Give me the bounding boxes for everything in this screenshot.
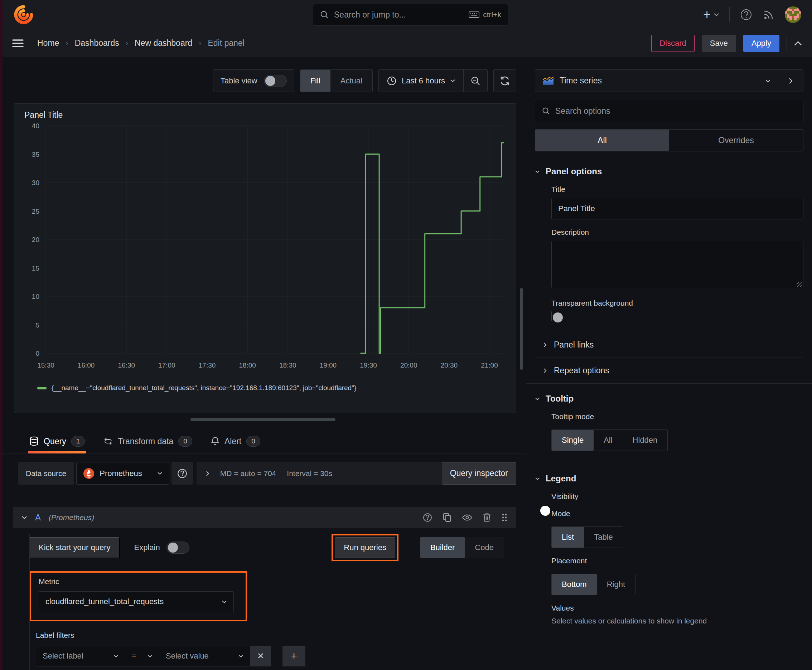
help-icon[interactable] <box>740 8 753 21</box>
tab-alert[interactable]: Alert 0 <box>211 436 260 453</box>
resize-grip-icon[interactable] <box>797 282 802 287</box>
operator-dropdown[interactable]: = <box>125 646 159 667</box>
zoom-out-icon[interactable] <box>464 70 487 91</box>
remove-filter-button[interactable]: ✕ <box>250 646 271 667</box>
tab-transform-data[interactable]: Transform data 0 <box>103 436 192 453</box>
legend-table-option[interactable]: Table <box>584 527 623 548</box>
explain-toggle[interactable] <box>166 541 190 554</box>
topbar-divider <box>729 7 730 22</box>
drag-handle-icon[interactable] <box>501 513 508 523</box>
bell-icon <box>211 436 219 446</box>
tab-query[interactable]: Query 1 <box>29 436 85 453</box>
apply-button[interactable]: Apply <box>743 35 780 52</box>
search-icon <box>542 107 550 115</box>
chevron-down-icon <box>535 170 540 173</box>
news-rss-icon[interactable] <box>763 8 775 21</box>
global-search-input[interactable] <box>334 10 464 20</box>
builder-code-segment: Builder Code <box>420 537 504 558</box>
y-tick-label: 5 <box>36 321 39 329</box>
collapse-options-chevron-icon[interactable] <box>778 70 803 91</box>
panel-options-header[interactable]: Panel options <box>535 166 804 176</box>
fill-option[interactable]: Fill <box>300 70 331 91</box>
duplicate-query-icon[interactable] <box>442 513 452 523</box>
chevron-right-icon: › <box>199 39 201 48</box>
tooltip-all-option[interactable]: All <box>593 430 622 451</box>
chevron-down-icon[interactable] <box>22 516 27 519</box>
user-avatar[interactable] <box>785 7 801 23</box>
legend-values-label: Values <box>551 604 804 612</box>
x-tick-label: 18:30 <box>279 362 297 369</box>
chevron-up-icon[interactable] <box>794 41 802 46</box>
save-button[interactable]: Save <box>702 35 736 52</box>
datasource-picker[interactable]: Prometheus <box>76 462 170 485</box>
options-search[interactable] <box>535 100 804 122</box>
legend-series-name[interactable]: {__name__="cloudflared_tunnel_total_requ… <box>52 384 356 392</box>
query-header[interactable]: A (Prometheus) <box>13 507 516 528</box>
top-bar: ctrl+k + <box>0 0 812 29</box>
chart-legend: {__name__="cloudflared_tunnel_total_requ… <box>14 384 516 392</box>
chevron-down-icon <box>765 79 771 83</box>
tooltip-header[interactable]: Tooltip <box>535 394 804 404</box>
horizontal-drag-handle[interactable] <box>190 418 336 421</box>
query-inspector-button[interactable]: Query inspector <box>442 462 516 485</box>
tab-alert-badge: 0 <box>246 436 260 447</box>
kick-start-button[interactable]: Kick start your query <box>29 537 120 558</box>
tab-overrides[interactable]: Overrides <box>669 130 803 151</box>
datasource-help-icon[interactable] <box>171 462 193 485</box>
select-value-dropdown[interactable]: Select value <box>159 646 250 667</box>
time-range-button[interactable]: Last 6 hours <box>379 76 463 86</box>
discard-button[interactable]: Discard <box>651 35 695 52</box>
panel-title[interactable]: Panel Title <box>14 104 516 120</box>
query-help-icon[interactable] <box>422 513 432 523</box>
vertical-scrollbar-thumb[interactable] <box>520 288 523 370</box>
chevron-down-icon <box>450 79 455 82</box>
hide-response-eye-icon[interactable] <box>462 514 473 521</box>
grafana-logo-icon[interactable] <box>14 4 34 25</box>
panel-links-row[interactable]: Panel links <box>535 332 804 357</box>
tooltip-single-option[interactable]: Single <box>552 430 593 451</box>
global-search[interactable]: ctrl+k <box>313 4 508 25</box>
code-option[interactable]: Code <box>465 537 504 558</box>
x-tick-label: 19:30 <box>360 362 377 369</box>
datasource-row: Data source Prometheus <box>18 462 516 485</box>
add-filter-button[interactable]: + <box>283 646 305 667</box>
select-label-dropdown[interactable]: Select label <box>36 646 125 667</box>
repeat-options-row[interactable]: Repeat options <box>535 358 804 383</box>
edit-pane: Table view Fill Actual Last 6 hours <box>0 57 526 670</box>
delete-query-trash-icon[interactable] <box>483 513 491 523</box>
legend-list-option[interactable]: List <box>552 527 584 548</box>
table-view-toggle[interactable] <box>264 75 287 87</box>
query-options-strip[interactable]: MD = auto = 704 Interval = 30s <box>197 462 447 485</box>
add-menu-button[interactable]: + <box>703 7 719 22</box>
builder-option[interactable]: Builder <box>420 537 465 558</box>
options-search-input[interactable] <box>555 106 797 116</box>
run-queries-button[interactable]: Run queries <box>335 537 395 558</box>
x-tick-label: 18:00 <box>239 362 256 369</box>
refresh-icon[interactable] <box>493 69 516 92</box>
legend-swatch[interactable] <box>37 387 47 389</box>
chevron-right-icon: › <box>125 39 128 48</box>
chevron-down-icon <box>147 655 153 658</box>
panel-title-input[interactable] <box>551 198 804 219</box>
breadcrumb-new-dashboard[interactable]: New dashboard <box>135 38 192 48</box>
placement-right-option[interactable]: Right <box>597 574 635 595</box>
legend-header[interactable]: Legend <box>535 474 804 484</box>
query-editor-body: Kick start your query Explain Run querie… <box>13 534 516 670</box>
visualization-select[interactable]: Time series <box>535 70 778 91</box>
visualization-picker: Time series <box>535 69 804 92</box>
tab-all[interactable]: All <box>535 130 669 151</box>
legend-mode-segment: List Table <box>551 526 623 548</box>
description-textarea[interactable] <box>551 241 804 288</box>
tooltip-hidden-option[interactable]: Hidden <box>622 430 668 451</box>
menu-icon[interactable] <box>12 39 24 47</box>
breadcrumb-dashboards[interactable]: Dashboards <box>75 38 119 48</box>
placement-bottom-option[interactable]: Bottom <box>552 574 597 595</box>
chart-panel: Panel Title 051015202530354015:3016:0016… <box>14 103 516 413</box>
y-tick-label: 0 <box>36 350 39 357</box>
metric-select[interactable]: cloudflared_tunnel_total_requests <box>39 591 234 612</box>
breadcrumb-home[interactable]: Home <box>37 38 59 48</box>
actual-option[interactable]: Actual <box>331 70 372 91</box>
transparent-background-toggle[interactable] <box>551 311 552 321</box>
transform-icon <box>103 437 113 446</box>
chevron-down-icon <box>535 477 540 481</box>
